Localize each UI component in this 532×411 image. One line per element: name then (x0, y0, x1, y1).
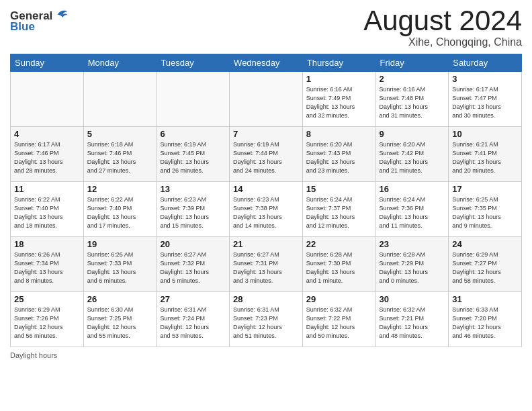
day-info: Sunrise: 6:27 AM Sunset: 7:31 PM Dayligh… (233, 250, 299, 285)
day-info: Sunrise: 6:27 AM Sunset: 7:32 PM Dayligh… (160, 250, 226, 285)
calendar-cell: 5Sunrise: 6:18 AM Sunset: 7:46 PM Daylig… (83, 127, 157, 182)
calendar-cell: 1Sunrise: 6:16 AM Sunset: 7:49 PM Daylig… (302, 72, 375, 127)
calendar-cell: 23Sunrise: 6:28 AM Sunset: 7:29 PM Dayli… (375, 237, 449, 292)
calendar-week-row: 1Sunrise: 6:16 AM Sunset: 7:49 PM Daylig… (11, 72, 522, 127)
day-number: 6 (160, 129, 226, 139)
day-number: 26 (87, 294, 153, 304)
day-number: 16 (380, 184, 445, 194)
calendar-cell: 27Sunrise: 6:31 AM Sunset: 7:24 PM Dayli… (157, 292, 230, 347)
calendar-cell: 17Sunrise: 6:25 AM Sunset: 7:35 PM Dayli… (449, 182, 522, 237)
day-number: 29 (306, 294, 372, 304)
calendar-cell: 7Sunrise: 6:19 AM Sunset: 7:44 PM Daylig… (230, 127, 303, 182)
day-info: Sunrise: 6:28 AM Sunset: 7:30 PM Dayligh… (306, 250, 372, 285)
calendar-cell: 12Sunrise: 6:22 AM Sunset: 7:40 PM Dayli… (83, 182, 157, 237)
day-info: Sunrise: 6:32 AM Sunset: 7:22 PM Dayligh… (306, 306, 372, 340)
day-number: 24 (452, 239, 518, 249)
calendar-cell: 8Sunrise: 6:20 AM Sunset: 7:43 PM Daylig… (302, 127, 375, 182)
day-info: Sunrise: 6:18 AM Sunset: 7:46 PM Dayligh… (87, 140, 153, 175)
calendar-header-row: SundayMondayTuesdayWednesdayThursdayFrid… (11, 54, 522, 72)
calendar-cell: 22Sunrise: 6:28 AM Sunset: 7:30 PM Dayli… (302, 237, 375, 292)
calendar-header-monday: Monday (83, 54, 157, 72)
calendar-cell: 28Sunrise: 6:31 AM Sunset: 7:23 PM Dayli… (230, 292, 303, 347)
calendar-cell: 31Sunrise: 6:33 AM Sunset: 7:20 PM Dayli… (449, 292, 522, 347)
day-number: 28 (233, 294, 299, 304)
day-number: 4 (14, 129, 80, 139)
day-info: Sunrise: 6:29 AM Sunset: 7:27 PM Dayligh… (452, 250, 518, 285)
logo: General Blue (10, 9, 69, 34)
day-info: Sunrise: 6:22 AM Sunset: 7:40 PM Dayligh… (87, 195, 153, 230)
calendar-cell: 19Sunrise: 6:26 AM Sunset: 7:33 PM Dayli… (83, 237, 157, 292)
calendar-cell: 6Sunrise: 6:19 AM Sunset: 7:45 PM Daylig… (157, 127, 230, 182)
calendar-header-saturday: Saturday (449, 54, 522, 72)
day-info: Sunrise: 6:31 AM Sunset: 7:23 PM Dayligh… (233, 306, 299, 340)
calendar-cell: 4Sunrise: 6:17 AM Sunset: 7:46 PM Daylig… (11, 127, 84, 182)
day-info: Sunrise: 6:33 AM Sunset: 7:20 PM Dayligh… (452, 306, 518, 340)
day-number: 22 (306, 239, 372, 249)
day-info: Sunrise: 6:23 AM Sunset: 7:39 PM Dayligh… (160, 195, 226, 230)
location-title: Xihe, Chongqing, China (363, 36, 522, 48)
calendar-week-row: 18Sunrise: 6:26 AM Sunset: 7:34 PM Dayli… (11, 237, 522, 292)
day-info: Sunrise: 6:20 AM Sunset: 7:43 PM Dayligh… (306, 140, 372, 175)
day-info: Sunrise: 6:31 AM Sunset: 7:24 PM Dayligh… (160, 306, 226, 340)
calendar-cell: 25Sunrise: 6:29 AM Sunset: 7:26 PM Dayli… (11, 292, 84, 347)
day-number: 31 (452, 294, 518, 304)
calendar-cell: 16Sunrise: 6:24 AM Sunset: 7:36 PM Dayli… (375, 182, 449, 237)
calendar-header-sunday: Sunday (11, 54, 84, 72)
day-number: 14 (233, 184, 299, 194)
day-number: 17 (452, 184, 518, 194)
calendar-cell: 30Sunrise: 6:32 AM Sunset: 7:21 PM Dayli… (375, 292, 449, 347)
day-number: 1 (306, 74, 372, 84)
title-block: August 2024 Xihe, Chongqing, China (363, 7, 522, 48)
calendar-cell: 29Sunrise: 6:32 AM Sunset: 7:22 PM Dayli… (302, 292, 375, 347)
day-number: 8 (306, 129, 372, 139)
day-number: 12 (87, 184, 153, 194)
day-number: 13 (160, 184, 226, 194)
day-number: 5 (87, 129, 153, 139)
calendar-cell (230, 72, 303, 127)
calendar-header-friday: Friday (375, 54, 449, 72)
calendar-cell: 18Sunrise: 6:26 AM Sunset: 7:34 PM Dayli… (11, 237, 84, 292)
day-info: Sunrise: 6:19 AM Sunset: 7:45 PM Dayligh… (160, 140, 226, 175)
day-number: 27 (160, 294, 226, 304)
day-number: 10 (452, 129, 518, 139)
day-number: 9 (380, 129, 445, 139)
calendar-cell: 10Sunrise: 6:21 AM Sunset: 7:41 PM Dayli… (449, 127, 522, 182)
day-info: Sunrise: 6:29 AM Sunset: 7:26 PM Dayligh… (14, 306, 80, 340)
day-info: Sunrise: 6:32 AM Sunset: 7:21 PM Dayligh… (380, 306, 445, 340)
header: General Blue August 2024 Xihe, Chongqing… (10, 7, 522, 48)
day-info: Sunrise: 6:17 AM Sunset: 7:46 PM Dayligh… (14, 140, 80, 175)
day-info: Sunrise: 6:23 AM Sunset: 7:38 PM Dayligh… (233, 195, 299, 230)
calendar-cell: 2Sunrise: 6:16 AM Sunset: 7:48 PM Daylig… (375, 72, 449, 127)
day-info: Sunrise: 6:19 AM Sunset: 7:44 PM Dayligh… (233, 140, 299, 175)
calendar-cell: 24Sunrise: 6:29 AM Sunset: 7:27 PM Dayli… (449, 237, 522, 292)
calendar-cell: 26Sunrise: 6:30 AM Sunset: 7:25 PM Dayli… (83, 292, 157, 347)
day-info: Sunrise: 6:25 AM Sunset: 7:35 PM Dayligh… (452, 195, 518, 230)
day-info: Sunrise: 6:24 AM Sunset: 7:36 PM Dayligh… (380, 195, 445, 230)
calendar-cell (11, 72, 84, 127)
day-info: Sunrise: 6:16 AM Sunset: 7:49 PM Dayligh… (306, 85, 372, 120)
calendar-cell: 21Sunrise: 6:27 AM Sunset: 7:31 PM Dayli… (230, 237, 303, 292)
page: General Blue August 2024 Xihe, Chongqing… (0, 0, 532, 411)
calendar-header-thursday: Thursday (302, 54, 375, 72)
footer: Daylight hours (10, 351, 522, 359)
calendar-header-tuesday: Tuesday (157, 54, 230, 72)
calendar-cell: 11Sunrise: 6:22 AM Sunset: 7:40 PM Dayli… (11, 182, 84, 237)
calendar-header-wednesday: Wednesday (230, 54, 303, 72)
day-number: 3 (452, 74, 518, 84)
day-number: 25 (14, 294, 80, 304)
day-info: Sunrise: 6:26 AM Sunset: 7:33 PM Dayligh… (87, 250, 153, 285)
calendar-week-row: 11Sunrise: 6:22 AM Sunset: 7:40 PM Dayli… (11, 182, 522, 237)
calendar-cell: 15Sunrise: 6:24 AM Sunset: 7:37 PM Dayli… (302, 182, 375, 237)
calendar-cell (157, 72, 230, 127)
calendar-week-row: 4Sunrise: 6:17 AM Sunset: 7:46 PM Daylig… (11, 127, 522, 182)
day-number: 23 (380, 239, 445, 249)
logo-bird-icon (54, 7, 69, 22)
day-info: Sunrise: 6:17 AM Sunset: 7:47 PM Dayligh… (452, 85, 518, 120)
day-number: 19 (87, 239, 153, 249)
day-info: Sunrise: 6:21 AM Sunset: 7:41 PM Dayligh… (452, 140, 518, 175)
day-info: Sunrise: 6:22 AM Sunset: 7:40 PM Dayligh… (14, 195, 80, 230)
calendar-table: SundayMondayTuesdayWednesdayThursdayFrid… (10, 54, 522, 347)
calendar-cell: 9Sunrise: 6:20 AM Sunset: 7:42 PM Daylig… (375, 127, 449, 182)
day-number: 11 (14, 184, 80, 194)
calendar-cell: 14Sunrise: 6:23 AM Sunset: 7:38 PM Dayli… (230, 182, 303, 237)
